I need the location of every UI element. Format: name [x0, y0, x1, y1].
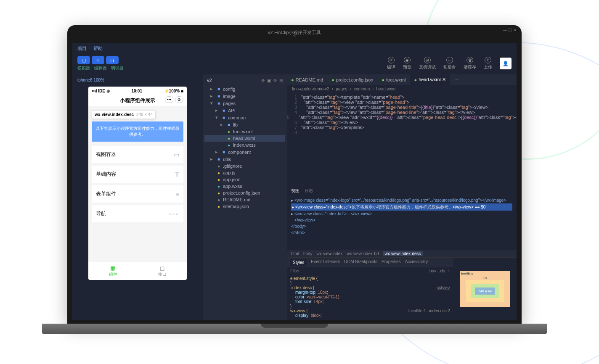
- capsule-menu[interactable]: •••: [165, 96, 173, 103]
- refresh-icon[interactable]: ⟳: [273, 78, 277, 83]
- dom-crumb[interactable]: html: [291, 251, 299, 256]
- file-foot.wxml[interactable]: ●foot.wxml: [204, 128, 285, 135]
- dom-tree[interactable]: ▸ <wx-image class="index-logo" src="../r…: [287, 195, 517, 250]
- menubar: 项目 帮助: [72, 43, 517, 54]
- selected-element[interactable]: 以下将展示小程序官方组件能力，组件样式仅供参考。: [92, 121, 183, 142]
- pill-label-editor: 编辑器: [94, 65, 107, 71]
- dom-crumb[interactable]: wx-view.index-desc: [383, 251, 422, 256]
- folder-lib[interactable]: ▸■lib: [204, 121, 285, 128]
- file-head.wxml[interactable]: ●head.wxml: [204, 135, 285, 142]
- pill-simulator[interactable]: ▢: [77, 56, 90, 64]
- pill-label-sim: 模拟器: [77, 65, 90, 71]
- folder-config[interactable]: ▸■config: [204, 85, 285, 92]
- btn-upload[interactable]: ↥上传: [484, 57, 492, 70]
- new-file-icon[interactable]: ⊕: [261, 78, 265, 83]
- sim-menu-item[interactable]: 导航∘∘∘: [92, 205, 183, 222]
- collapse-icon[interactable]: ⊟: [279, 78, 283, 83]
- devtools-breadcrumbs[interactable]: htmlbodywx-view.indexwx-view.index-hdwx-…: [287, 250, 517, 257]
- styles-tab[interactable]: Accessibility: [405, 259, 428, 266]
- pill-debugger[interactable]: ⫶⫶: [106, 56, 119, 64]
- file-app.wxss[interactable]: ●app.wxss: [204, 183, 285, 190]
- editor-tab[interactable]: ● project.config.json: [327, 74, 377, 85]
- devtools-panel: 视图 日志 ▸ <wx-image class="index-logo" src…: [287, 186, 517, 320]
- devtools-tab-view[interactable]: 视图: [291, 188, 300, 194]
- file-app.json[interactable]: ●app.json: [204, 176, 285, 183]
- sim-menu-item[interactable]: 基础内容𝕋: [92, 166, 183, 183]
- btn-remote[interactable]: ⊞真机调试: [419, 57, 436, 70]
- tabs-more[interactable]: ⋯: [450, 74, 463, 85]
- phone-statusbar: ••ıl IDE ⊕ 10:01 ⚡100% ■: [88, 87, 187, 95]
- file-project.config.json[interactable]: ●project.config.json: [204, 190, 285, 196]
- laptop-frame: v2-FinClip小程序开发工具 — ☐ ✕ 项目 帮助 ▢ ‹› ⫶⫶ 模拟…: [67, 25, 522, 334]
- hov-toggle[interactable]: :hov: [428, 269, 436, 273]
- file-index.wxss[interactable]: ●index.wxss: [204, 142, 285, 148]
- file-app.js[interactable]: ●app.js: [204, 169, 285, 176]
- inspect-tooltip: wx-view.index-desc 240 × 44: [92, 110, 156, 119]
- btn-clear[interactable]: 🗑清缓存: [464, 57, 476, 70]
- file-README.md[interactable]: ●README.md: [204, 196, 285, 203]
- file-sitemap.json[interactable]: ●sitemap.json: [204, 203, 285, 210]
- window-title: v2-FinClip小程序开发工具: [67, 29, 522, 37]
- dom-crumb[interactable]: body: [303, 251, 313, 256]
- dom-crumb[interactable]: wx-view.index-hd: [347, 251, 379, 256]
- styles-tab[interactable]: DOM Breakpoints: [344, 259, 377, 266]
- styles-tab[interactable]: Properties: [382, 259, 401, 266]
- devtools-tab-log[interactable]: 日志: [305, 188, 313, 194]
- sim-menu-item[interactable]: 表单组件≡: [92, 185, 183, 203]
- styles-filter-input[interactable]: [290, 269, 426, 273]
- simulator-panel: iphone6 100% ••ıl IDE ⊕ 10:01 ⚡100% ■ 小程…: [72, 74, 203, 320]
- phone-tab-api[interactable]: ◻接口: [138, 262, 187, 280]
- capsule-close[interactable]: ⊙: [175, 96, 183, 103]
- folder-API[interactable]: ▸■API: [204, 107, 285, 114]
- btn-preview[interactable]: ◉预览: [403, 57, 411, 70]
- editor-tabs: ● README.md● project.config.json● foot.w…: [287, 74, 517, 85]
- tree-root[interactable]: v2: [207, 78, 212, 83]
- device-info[interactable]: iphone6 100%: [76, 77, 199, 87]
- phone-tab-components[interactable]: ▦组件: [88, 262, 138, 280]
- add-rule-icon[interactable]: +: [448, 269, 450, 273]
- folder-common[interactable]: ▾■common: [204, 114, 285, 121]
- pill-editor[interactable]: ‹›: [92, 56, 104, 64]
- css-rules[interactable]: element.style { } <style>.index-desc { m…: [287, 274, 453, 320]
- sim-menu-item[interactable]: 视图容器▭: [92, 146, 183, 163]
- styles-tab[interactable]: Styles: [290, 259, 307, 266]
- code-editor[interactable]: 1"attr">class="tag"><template "attr">nam…: [287, 93, 517, 186]
- phone-frame: ••ıl IDE ⊕ 10:01 ⚡100% ■ 小程序组件展示 ••• ⊙: [88, 87, 187, 280]
- phone-title: 小程序组件展示 ••• ⊙: [88, 95, 187, 106]
- menu-project[interactable]: 项目: [77, 45, 87, 52]
- folder-image[interactable]: ▸■image: [204, 92, 285, 100]
- dom-crumb[interactable]: wx-view.index: [317, 251, 343, 256]
- btn-compile[interactable]: ⟳编译: [387, 57, 395, 70]
- toolbar: ▢ ‹› ⫶⫶ 模拟器 编辑器 调试器 ⟳编译 ◉预览 ⊞真机调试 ▭切后台: [72, 54, 517, 74]
- file-explorer: v2 ⊕ ▣ ⟳ ⊟ ▸■config▸■image▾■pages▸■API▾■…: [203, 74, 287, 320]
- box-model: margin 10 border padding 240 × 44: [453, 258, 517, 320]
- folder-pages[interactable]: ▾■pages: [204, 100, 285, 107]
- btn-background[interactable]: ▭切后台: [443, 57, 456, 70]
- breadcrumbs[interactable]: fino-applet-demo-v2›pages›common›head.wx…: [287, 85, 517, 93]
- folder-utils[interactable]: ▸■utils: [204, 156, 285, 163]
- styles-tabs[interactable]: StylesEvent ListenersDOM BreakpointsProp…: [287, 258, 453, 267]
- user-avatar[interactable]: 👤: [500, 58, 512, 69]
- editor-tab[interactable]: ● foot.wxml: [377, 74, 410, 85]
- window-controls[interactable]: — ☐ ✕: [503, 28, 517, 32]
- file-.gitignore[interactable]: ●.gitignore: [204, 163, 285, 169]
- editor-tab[interactable]: ● README.md: [287, 74, 327, 85]
- menu-help[interactable]: 帮助: [93, 45, 103, 52]
- folder-component[interactable]: ▸■component: [204, 148, 285, 156]
- editor-tab[interactable]: ● head.wxml ✕: [410, 74, 450, 85]
- cls-toggle[interactable]: .cls: [439, 269, 445, 273]
- new-folder-icon[interactable]: ▣: [267, 78, 271, 83]
- pill-label-debugger: 调试器: [111, 65, 124, 71]
- app-window: v2-FinClip小程序开发工具 — ☐ ✕ 项目 帮助 ▢ ‹› ⫶⫶ 模拟…: [72, 43, 517, 320]
- styles-tab[interactable]: Event Listeners: [311, 259, 340, 266]
